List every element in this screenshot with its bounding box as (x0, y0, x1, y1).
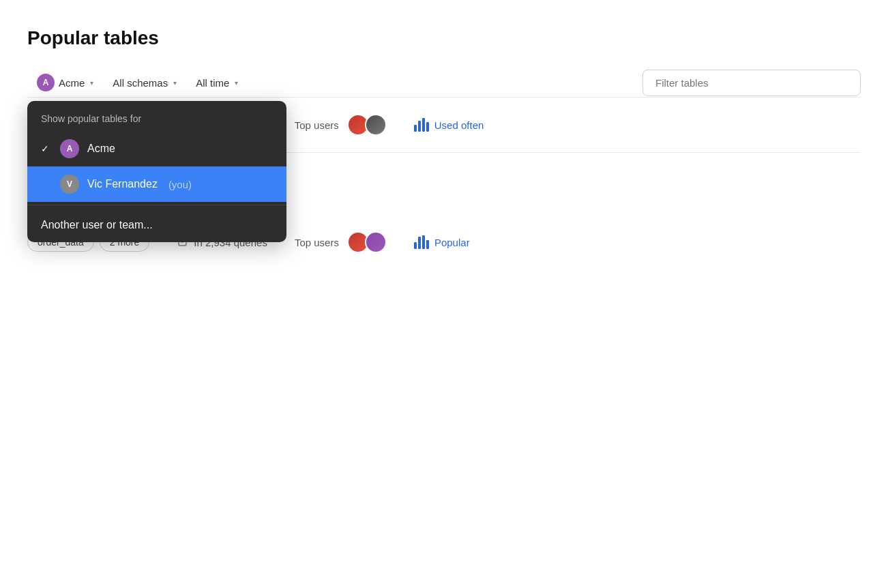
orders-user-avatar-2 (365, 231, 387, 253)
orders-bar-3 (422, 235, 425, 249)
acme-item-avatar: A (60, 139, 79, 158)
workspace-chevron-icon: ▾ (90, 79, 93, 87)
time-chevron-icon: ▾ (235, 79, 238, 87)
dropdown-header: Show popular tables for (27, 101, 286, 131)
orders-user-avatars (347, 231, 387, 253)
you-label: (you) (168, 179, 192, 190)
orders-bar-1 (414, 242, 417, 249)
partial-top-users-label: Top users (295, 119, 339, 131)
dropdown-item-acme[interactable]: ✓ A Acme (27, 131, 286, 166)
another-user-label: Another user or team... (41, 219, 153, 231)
page-title: Popular tables (27, 27, 861, 49)
filter-input-wrap (642, 70, 861, 96)
partial-top-users: Top users (295, 114, 387, 136)
workspace-filter-button[interactable]: A Acme ▾ (27, 68, 103, 97)
all-time-label: All time (196, 77, 229, 89)
bar-3 (422, 118, 425, 132)
vic-item-label: Vic Fernandez (87, 178, 158, 190)
bar-2 (418, 121, 421, 132)
schemas-chevron-icon: ▾ (173, 79, 177, 87)
workspace-label: Acme (59, 77, 85, 89)
all-schemas-filter-button[interactable]: All schemas ▾ (103, 72, 186, 94)
bar-4 (426, 122, 429, 132)
acme-item-label: Acme (87, 143, 115, 155)
filter-tables-input[interactable] (642, 70, 861, 96)
vic-item-avatar: V (60, 175, 79, 194)
orders-bar-2 (418, 237, 421, 249)
another-user-item[interactable]: Another user or team... (27, 208, 286, 242)
orders-bar-chart-icon (414, 235, 429, 249)
orders-top-users: Top users (295, 231, 387, 253)
bar-1 (414, 125, 417, 132)
partial-bar-chart-icon (414, 118, 429, 132)
page-container: Popular tables A Acme ▾ All schemas ▾ Al… (0, 0, 888, 272)
filters-row: A Acme ▾ All schemas ▾ All time ▾ Show p… (27, 68, 861, 97)
orders-bar-4 (426, 240, 429, 249)
dropdown-divider (27, 205, 286, 205)
partial-user-avatars (347, 114, 387, 136)
partial-user-avatar-2 (365, 114, 387, 136)
orders-usage-indicator: Popular (414, 235, 470, 249)
workspace-dropdown-menu: Show popular tables for ✓ A Acme ✓ V Vic… (27, 101, 286, 242)
orders-top-users-label: Top users (295, 237, 339, 248)
workspace-avatar: A (37, 74, 55, 91)
orders-usage-label: Popular (434, 237, 470, 248)
all-schemas-label: All schemas (113, 77, 168, 89)
partial-usage-label: Used often (434, 119, 484, 131)
all-time-filter-button[interactable]: All time ▾ (186, 72, 248, 94)
acme-checkmark-icon: ✓ (41, 143, 52, 154)
dropdown-item-vic[interactable]: ✓ V Vic Fernandez (you) (27, 166, 286, 202)
partial-usage-indicator: Used often (414, 118, 484, 132)
